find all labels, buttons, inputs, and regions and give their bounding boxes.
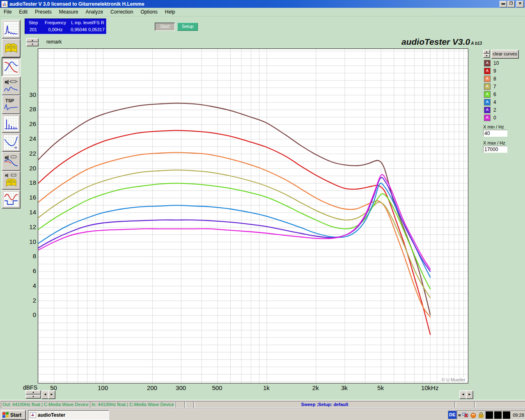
curve-select-spinner-down[interactable]: ▼ [483, 54, 490, 58]
legend-item-0[interactable]: A0 [484, 115, 496, 121]
signal-generator-book-icon [4, 41, 18, 55]
curve-select-spinner-up[interactable]: ▲ [483, 50, 490, 54]
start-button-label: Start [10, 412, 21, 418]
info-step-value: 201 [25, 27, 41, 32]
hidden-tray-icon-2[interactable] [494, 411, 502, 419]
menu-help[interactable]: Help [161, 8, 179, 16]
y-scale-spinner-down[interactable]: ▼ [25, 395, 41, 399]
impedance-curve-icon: w [4, 135, 18, 150]
frequency-response-chart [38, 49, 468, 383]
square-wave-test-button[interactable] [2, 190, 21, 209]
chart-plot-area[interactable]: © U.Mueller [38, 48, 468, 383]
legend-item-7[interactable]: A7 [484, 83, 496, 90]
legend-item-4[interactable]: A4 [484, 99, 496, 105]
menu-analyze[interactable]: Analyze [82, 8, 107, 16]
menu-file[interactable]: File [0, 8, 15, 16]
x-tick-1k: 1k [263, 384, 270, 391]
legend-item-2[interactable]: A2 [484, 107, 496, 113]
menu-correction[interactable]: Correction [107, 8, 137, 16]
x-tick-300: 300 [176, 384, 186, 391]
status-panel-spare-4 [474, 401, 525, 408]
xmin-input[interactable] [483, 130, 507, 137]
y-tick-8: 8 [24, 252, 36, 259]
speaker-measurement-button[interactable] [2, 152, 21, 171]
legend-swatch-icon: A [484, 60, 491, 67]
network-error-icon[interactable] [462, 412, 469, 418]
legend-swatch-icon: A [484, 68, 491, 74]
menu-edit[interactable]: Edit [15, 8, 31, 16]
y-tick-6: 6 [24, 267, 36, 274]
spectrum-analyzer-button[interactable] [2, 20, 21, 39]
x-scroll-right-button-2[interactable]: ► [466, 390, 473, 399]
xmax-input[interactable] [483, 146, 507, 153]
legend-item-6[interactable]: A6 [484, 91, 496, 97]
frequency-response-icon [4, 60, 18, 74]
legend-label: 8 [493, 76, 496, 82]
xmin-label: X min / Hz [483, 124, 504, 129]
two-tone-test-icon [4, 78, 18, 93]
legend-label: 7 [493, 84, 496, 90]
svg-text:TSP: TSP [5, 98, 14, 103]
tray-collapse-chevrons[interactable]: « [458, 411, 461, 419]
legend-label: 9 [493, 68, 496, 74]
spectrum-analyzer-icon [4, 22, 18, 37]
clear-curves-button[interactable]: clear curves [491, 50, 519, 59]
logo-version-suffix: A b13 [471, 41, 482, 46]
menu-presets[interactable]: Presets [31, 8, 55, 16]
two-tone-test-button[interactable] [2, 76, 21, 95]
remark-spinner: ▲ ▼ [26, 38, 39, 46]
remark-spinner-down[interactable]: ▼ [26, 42, 39, 46]
close-button[interactable]: ✕ [516, 1, 524, 7]
hidden-tray-icon-3[interactable] [503, 411, 510, 419]
system-tray: « 09:28 [457, 410, 525, 420]
remark-spinner-up[interactable]: ▲ [26, 38, 39, 42]
impedance-curve-button[interactable]: w [2, 133, 21, 152]
y-tick-28: 28 [24, 106, 36, 112]
curve-2 [38, 177, 430, 271]
taskbar-clock: 09:28 [513, 413, 524, 418]
frequency-response-button[interactable] [2, 57, 21, 76]
info-step-header: Step [25, 20, 41, 25]
y-scale-spinner: ▲ ▼ [25, 390, 41, 399]
legend-swatch-icon: A [484, 107, 491, 113]
minimize-button[interactable]: ▬ [500, 1, 507, 7]
menu-options[interactable]: Options [137, 8, 161, 16]
signal-generator-book-button[interactable] [2, 39, 21, 57]
legend-item-10[interactable]: A10 [484, 60, 499, 66]
language-indicator[interactable]: DE [448, 411, 457, 419]
y-scale-spinner-up[interactable]: ▲ [25, 390, 41, 395]
security-keys-icon[interactable] [478, 412, 484, 418]
legend-item-8[interactable]: A8 [484, 76, 496, 82]
menu-measure[interactable]: Measure [55, 8, 82, 16]
chart-gridlines [38, 49, 468, 383]
info-frequency-header: Frequency [41, 20, 69, 25]
setup-button[interactable]: Setup [177, 23, 198, 31]
taskbar-task-audiotester[interactable]: audioTester [28, 410, 109, 420]
tsp-measurement-button[interactable]: TSP [2, 95, 21, 114]
legend-swatch-icon: A [484, 76, 491, 82]
speaker-measurement-icon [4, 154, 18, 169]
info-level-value: 0,95046 0,05317 [69, 27, 106, 32]
update-notifier-icon[interactable] [470, 412, 477, 418]
distortion-spectrum-button[interactable] [2, 114, 21, 133]
legend-item-9[interactable]: A9 [484, 68, 496, 74]
app-icon[interactable] [1, 1, 8, 7]
y-tick-10: 10 [24, 238, 36, 245]
x-scroll-right-button[interactable]: ► [48, 390, 55, 399]
y-tick-4: 4 [24, 282, 36, 289]
y-tick-2: 2 [24, 297, 36, 304]
x-tick-500: 500 [212, 384, 222, 391]
title-bar: audioTester V 3.0 licensed to Gitarrenel… [0, 0, 525, 8]
restore-button[interactable]: ❐ [507, 1, 515, 7]
y-tick-24: 24 [24, 135, 36, 142]
hidden-tray-icon-1[interactable] [486, 411, 493, 419]
start-menu-button[interactable]: Start [1, 410, 26, 420]
window-title: audioTester V 3.0 licensed to Gitarrenel… [9, 1, 144, 7]
y-tick-22: 22 [24, 150, 36, 157]
curve-select-spinner: ▲ ▼ [483, 50, 490, 58]
legend-swatch-icon: A [484, 91, 491, 98]
status-sweep-setup: Sweep ;Setup: default [193, 401, 456, 408]
speaker-generator-book-button[interactable] [2, 171, 21, 190]
start-button[interactable]: Start [155, 23, 175, 31]
status-input-device: In: 44100Hz float | C-Media Wave Device [90, 401, 175, 408]
